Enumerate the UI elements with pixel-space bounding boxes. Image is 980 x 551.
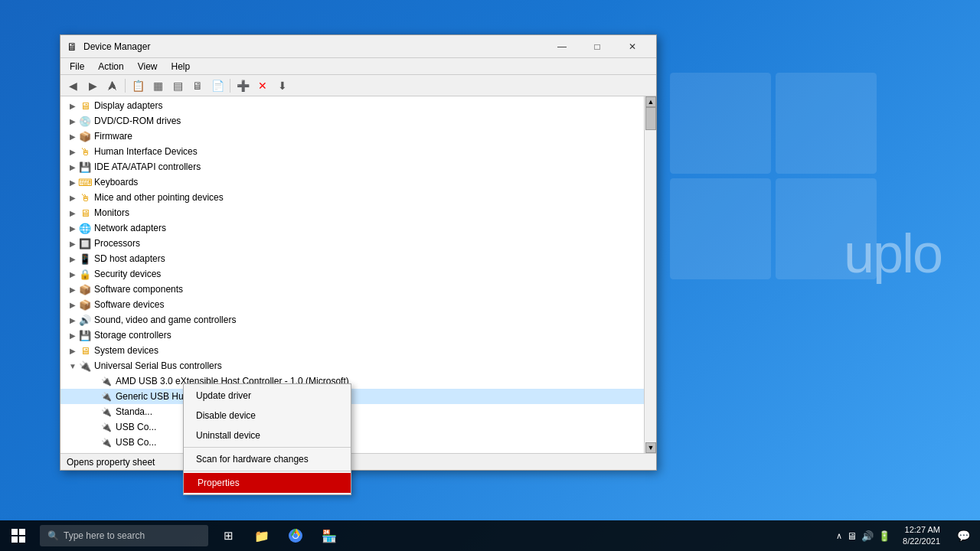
- chrome-button[interactable]: [279, 520, 312, 551]
- tree-item-firmware[interactable]: ▶ 📦 Firmware: [60, 129, 656, 144]
- tree-item-usb-comp1[interactable]: ▶ 🔌 USB Co...: [60, 419, 656, 435]
- tree-item-dvd[interactable]: ▶ 💿 DVD/CD-ROM drives: [60, 113, 656, 129]
- tree-item-software[interactable]: ▶ 📦 Software components: [60, 282, 656, 297]
- toggle-sdhost[interactable]: ▶: [67, 253, 79, 265]
- maximize-button[interactable]: □: [580, 35, 615, 58]
- toggle-usb[interactable]: ▼: [67, 360, 79, 372]
- ctx-scan-hardware[interactable]: Scan for hardware changes: [184, 449, 351, 469]
- toolbar-update[interactable]: ⬇: [273, 77, 292, 94]
- chevron-up-icon[interactable]: ∧: [836, 531, 842, 541]
- store-button[interactable]: 🏪: [312, 520, 346, 551]
- tree-item-softdev[interactable]: ▶ 📦 Software devices: [60, 297, 656, 312]
- volume-icon[interactable]: 🔊: [861, 530, 874, 542]
- toolbar-forward[interactable]: ▶: [83, 77, 102, 94]
- close-button[interactable]: ✕: [615, 35, 650, 58]
- scroll-up[interactable]: ▲: [645, 96, 656, 107]
- svg-rect-5: [19, 529, 25, 535]
- minimize-button[interactable]: —: [544, 35, 580, 58]
- tree-item-usb-root1[interactable]: ▶ 🔌 USB Ro...: [60, 450, 656, 453]
- svg-point-10: [293, 533, 298, 538]
- toggle-software[interactable]: ▶: [67, 283, 79, 295]
- menu-file[interactable]: File: [64, 60, 90, 73]
- toggle-mice[interactable]: ▶: [67, 191, 79, 204]
- tree-item-amd-usb[interactable]: ▶ 🔌 AMD USB 3.0 eXtensible Host Controll…: [60, 373, 656, 389]
- ctx-disable-device[interactable]: Disable device: [184, 406, 351, 425]
- toolbar: ◀ ▶ ⮝ 📋 ▦ ▤ 🖥 📄 ➕ ✕ ⬇: [60, 75, 656, 96]
- toolbar-view1[interactable]: ▦: [149, 77, 167, 94]
- notification-button[interactable]: 💬: [952, 520, 974, 551]
- toolbar-view2[interactable]: ▤: [168, 77, 187, 94]
- tree-item-sound[interactable]: ▶ 🔊 Sound, video and game controllers: [60, 312, 656, 328]
- network-icon[interactable]: 🖥: [847, 530, 857, 542]
- toggle-firmware[interactable]: ▶: [67, 130, 79, 142]
- toggle-network[interactable]: ▶: [67, 222, 79, 234]
- tree-item-display[interactable]: ▶ 🖥 Display adapters: [60, 98, 656, 113]
- tree-container[interactable]: ▶ 🖥 Display adapters ▶ 💿 DVD/CD-ROM driv…: [60, 96, 656, 453]
- ctx-update-driver[interactable]: Update driver: [184, 386, 351, 406]
- toggle-display[interactable]: ▶: [67, 99, 79, 112]
- search-placeholder: Type here to search: [64, 530, 145, 541]
- ctx-uninstall-device[interactable]: Uninstall device: [184, 425, 351, 445]
- scrollbar-thumb[interactable]: [645, 107, 656, 130]
- toolbar-remove[interactable]: ✕: [253, 77, 272, 94]
- label-usb: Universal Serial Bus controllers: [94, 360, 222, 371]
- menu-view[interactable]: View: [132, 60, 164, 73]
- toggle-processors[interactable]: ▶: [67, 237, 79, 249]
- toggle-dvd[interactable]: ▶: [67, 115, 79, 127]
- toggle-storage[interactable]: ▶: [67, 329, 79, 341]
- taskbar-clock[interactable]: 12:27 AM 8/22/2021: [903, 524, 946, 548]
- toolbar-add[interactable]: ➕: [234, 77, 252, 94]
- toggle-ide[interactable]: ▶: [67, 161, 79, 173]
- window-controls: — □ ✕: [544, 35, 650, 58]
- tree-item-sdhost[interactable]: ▶ 📱 SD host adapters: [60, 251, 656, 266]
- toggle-security[interactable]: ▶: [67, 268, 79, 280]
- battery-icon[interactable]: 🔋: [878, 530, 890, 542]
- tree-item-usb[interactable]: ▼ 🔌 Universal Serial Bus controllers: [60, 358, 656, 373]
- ctx-scan-label: Scan for hardware changes: [196, 454, 309, 465]
- toggle-sound[interactable]: ▶: [67, 314, 79, 326]
- ctx-properties[interactable]: Properties: [184, 473, 351, 493]
- menu-action[interactable]: Action: [92, 60, 129, 73]
- tree-item-security[interactable]: ▶ 🔒 Security devices: [60, 266, 656, 282]
- label-keyboards: Keyboards: [94, 177, 138, 187]
- toggle-system[interactable]: ▶: [67, 344, 79, 357]
- tree-item-standard[interactable]: ▶ 🔌 Standa...: [60, 404, 656, 419]
- toggle-hid[interactable]: ▶: [67, 145, 79, 158]
- taskbar: 🔍 Type here to search ⊞ 📁 🏪 ∧ 🖥 🔊: [0, 520, 980, 551]
- tree-item-usb-comp2[interactable]: ▶ 🔌 USB Co...: [60, 435, 656, 450]
- tree-item-processors[interactable]: ▶ 🔲 Processors: [60, 236, 656, 251]
- tree-item-hid[interactable]: ▶ 🖱 Human Interface Devices: [60, 144, 656, 159]
- start-button[interactable]: [0, 520, 37, 551]
- label-sound: Sound, video and game controllers: [94, 315, 236, 325]
- menu-help[interactable]: Help: [165, 60, 197, 73]
- scroll-down[interactable]: ▼: [645, 442, 656, 453]
- tree-item-storage[interactable]: ▶ 💾 Storage controllers: [60, 328, 656, 343]
- toggle-monitors[interactable]: ▶: [67, 207, 79, 219]
- label-sdhost: SD host adapters: [94, 253, 165, 264]
- uplo-text: uplo: [844, 222, 942, 285]
- icon-security: 🔒: [79, 268, 91, 280]
- file-explorer-button[interactable]: 📁: [245, 520, 279, 551]
- tree-item-mice[interactable]: ▶ 🖱 Mice and other pointing devices: [60, 190, 656, 205]
- icon-softdev: 📦: [79, 298, 91, 311]
- tree-item-system[interactable]: ▶ 🖥 System devices: [60, 343, 656, 358]
- toolbar-view4[interactable]: 📄: [208, 77, 227, 94]
- tree-item-network[interactable]: ▶ 🌐 Network adapters: [60, 220, 656, 236]
- toolbar-sep2: [230, 79, 230, 93]
- toolbar-up[interactable]: ⮝: [103, 77, 122, 94]
- task-view-button[interactable]: ⊞: [211, 520, 245, 551]
- tree-scrollbar[interactable]: ▲ ▼: [644, 96, 656, 453]
- toolbar-view3[interactable]: 🖥: [188, 77, 207, 94]
- tree-item-monitors[interactable]: ▶ 🖥 Monitors: [60, 205, 656, 220]
- tree-item-generic-hub[interactable]: ▶ 🔌 Generic USB Hub: [60, 389, 656, 404]
- tree-item-ide[interactable]: ▶ 💾 IDE ATA/ATAPI controllers: [60, 159, 656, 174]
- taskbar-search[interactable]: 🔍 Type here to search: [40, 525, 208, 546]
- device-manager-window: 🖥 Device Manager — □ ✕ File Action View …: [60, 34, 657, 471]
- icon-system: 🖥: [79, 344, 91, 357]
- tree-item-keyboards[interactable]: ▶ ⌨ Keyboards: [60, 174, 656, 190]
- icon-monitors: 🖥: [79, 207, 91, 219]
- toolbar-back[interactable]: ◀: [64, 77, 82, 94]
- icon-keyboards: ⌨: [79, 176, 91, 188]
- toggle-softdev[interactable]: ▶: [67, 298, 79, 311]
- toolbar-properties[interactable]: 📋: [129, 77, 147, 94]
